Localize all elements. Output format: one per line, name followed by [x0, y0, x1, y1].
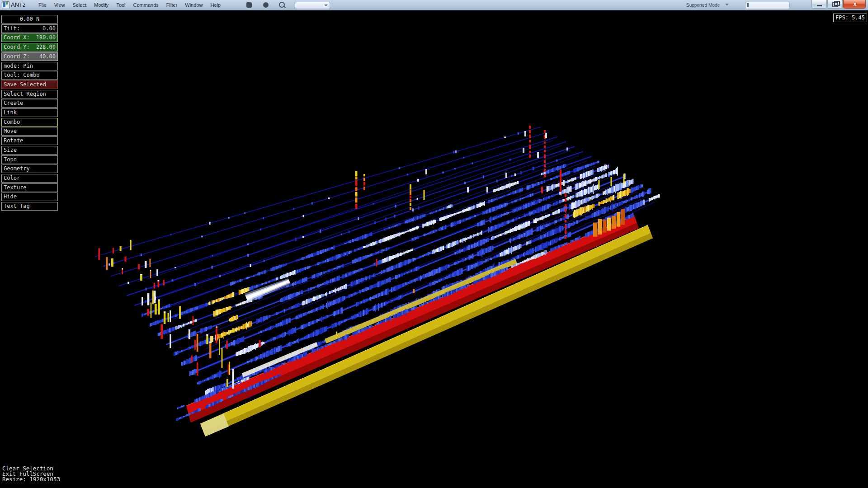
sidebar-item-move[interactable]: Move	[1, 127, 58, 136]
sidebar-item-tool[interactable]: tool: Combo	[1, 71, 58, 80]
sidebar-item-text-tag[interactable]: Text Tag	[1, 202, 58, 211]
sidebar-item-create[interactable]: Create	[1, 99, 58, 108]
restore-button[interactable]	[827, 0, 843, 9]
status-line: Resize: 1920x1053	[2, 477, 60, 482]
close-button[interactable]: x	[843, 0, 866, 9]
label: Tilt:	[4, 25, 20, 33]
sidebar-item-texture[interactable]: Texture	[1, 183, 58, 192]
toolbar-square-icon[interactable]	[246, 2, 252, 8]
minimize-button[interactable]	[811, 0, 827, 9]
fps-counter: FPS: 5.45	[833, 14, 867, 22]
sidebar-item-rotate[interactable]: Rotate	[1, 136, 58, 145]
value: 180.00	[36, 34, 56, 42]
status-footer: Clear SelectionExit FullScreenResize: 19…	[2, 466, 60, 482]
menu-window[interactable]: Window	[185, 2, 203, 8]
sidebar-item-select-region[interactable]: Select Region	[1, 90, 58, 99]
sidebar-item-topo[interactable]: Topo	[1, 155, 58, 164]
sidebar-item-mode[interactable]: mode: Pin	[1, 62, 58, 70]
sidebar-item-n-counter[interactable]: 0.00 N	[1, 15, 58, 23]
minimize-icon	[817, 5, 822, 6]
sidebar-item-link[interactable]: Link	[1, 108, 58, 117]
sidebar-item-tilt[interactable]: Tilt:0.00	[1, 24, 58, 33]
chevron-down-icon[interactable]	[725, 4, 729, 7]
mode-dropdown-label[interactable]: Supported Mode	[686, 3, 720, 8]
sidebar-item-coord-y[interactable]: Coord Y:228.00	[1, 43, 58, 52]
sidebar-item-coord-x[interactable]: Coord X:180.00	[1, 33, 58, 42]
3d-visualization-canvas[interactable]	[0, 0, 868, 488]
sidebar-item-size[interactable]: Size	[1, 146, 58, 155]
sidebar-item-color[interactable]: Color	[1, 174, 58, 183]
search-icon[interactable]	[279, 2, 285, 8]
label: Coord Y:	[4, 43, 30, 51]
menu-tool[interactable]: Tool	[116, 2, 125, 8]
restore-icon	[832, 2, 838, 7]
window-title: ANTz	[11, 1, 26, 8]
menu-modify[interactable]: Modify	[94, 2, 108, 8]
sidebar-item-geometry[interactable]: Geometry	[1, 164, 58, 173]
title-bar: ANTz FileViewSelectModifyToolCommandsFil…	[0, 0, 868, 10]
app-icon	[2, 1, 9, 9]
menu-bar: FileViewSelectModifyToolCommandsFilterWi…	[38, 2, 221, 8]
fps-value: 5.45	[852, 14, 865, 22]
value: 0.00	[42, 25, 56, 33]
menu-help[interactable]: Help	[210, 2, 221, 8]
menu-commands[interactable]: Commands	[133, 2, 159, 8]
toolbar-input[interactable]	[745, 2, 790, 9]
label: Coord X:	[4, 34, 30, 42]
toolbar-combobox[interactable]	[295, 2, 330, 9]
sidebar-item-combo[interactable]: Combo	[1, 118, 58, 127]
menu-file[interactable]: File	[38, 2, 47, 8]
value: 40.00	[39, 53, 56, 61]
toolbar-circle-icon[interactable]	[263, 2, 269, 8]
menu-filter[interactable]: Filter	[166, 2, 177, 8]
menu-view[interactable]: View	[54, 2, 65, 8]
close-icon: x	[844, 0, 866, 7]
label: Coord Z:	[4, 53, 30, 61]
value: 228.00	[36, 43, 56, 51]
sidebar-item-save-selected[interactable]: Save Selected	[1, 80, 58, 89]
sidebar-item-coord-z[interactable]: Coord Z:40.00	[1, 52, 58, 61]
fps-label: FPS:	[835, 14, 849, 22]
menu-select[interactable]: Select	[72, 2, 86, 8]
sidebar-item-hide[interactable]: Hide	[1, 192, 58, 201]
